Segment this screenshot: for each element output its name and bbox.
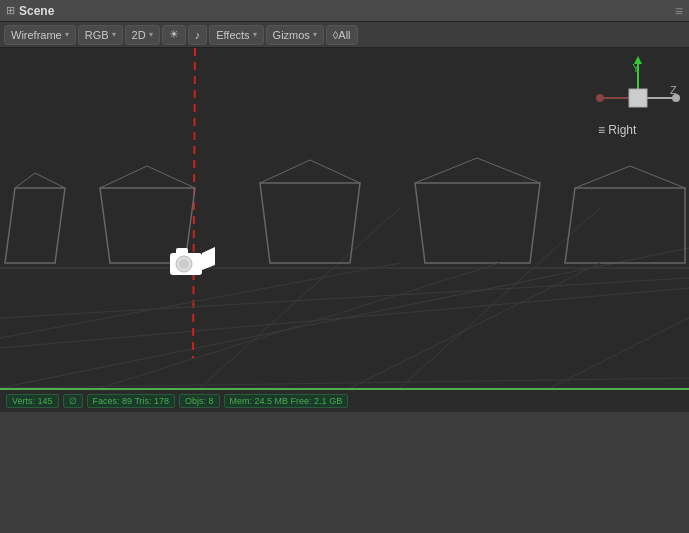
- viewport-toolbar: Wireframe ▾ RGB ▾ 2D ▾ ☀ ♪ Effects ▾ Giz…: [0, 22, 689, 48]
- gizmos-dropdown-arrow: ▾: [313, 30, 317, 39]
- svg-line-24: [350, 263, 600, 388]
- effects-button[interactable]: Effects ▾: [209, 25, 263, 45]
- title-bar: ⊞ Scene ≡: [0, 0, 689, 22]
- scene-icon: ⊞: [6, 4, 15, 17]
- overlay-label: ◊All: [333, 29, 351, 41]
- svg-line-5: [193, 48, 195, 358]
- svg-line-26: [550, 318, 689, 388]
- navigation-gizmo[interactable]: Y Z ≡ Right: [596, 56, 681, 156]
- svg-rect-30: [176, 248, 188, 255]
- dim-label: 2D: [132, 29, 146, 41]
- svg-point-29: [179, 259, 189, 269]
- svg-line-10: [100, 166, 147, 188]
- gizmos-button[interactable]: Gizmos ▾: [266, 25, 324, 45]
- svg-line-19: [575, 166, 630, 188]
- svg-line-21: [0, 278, 689, 318]
- svg-text:Y: Y: [632, 62, 640, 74]
- scene-objects-svg: [0, 48, 689, 388]
- object-count: Objs: 8: [179, 394, 220, 408]
- vertex-count: Verts: 145: [6, 394, 59, 408]
- gizmos-label: Gizmos: [273, 29, 310, 41]
- bottom-area: [0, 412, 689, 533]
- svg-marker-6: [5, 188, 65, 263]
- memory-info: Mem: 24.5 MB Free: 2.1 GB: [224, 394, 349, 408]
- svg-line-17: [477, 158, 540, 183]
- sun-button[interactable]: ☀: [162, 25, 186, 45]
- svg-line-13: [260, 160, 310, 183]
- color-dropdown-arrow: ▾: [112, 30, 116, 39]
- svg-marker-18: [565, 188, 685, 263]
- window-title: Scene: [19, 4, 54, 18]
- svg-line-16: [415, 158, 477, 183]
- dim-dropdown-arrow: ▾: [149, 30, 153, 39]
- color-label: RGB: [85, 29, 109, 41]
- svg-marker-15: [415, 183, 540, 263]
- shading-label: Wireframe: [11, 29, 62, 41]
- shading-mode-button[interactable]: Wireframe ▾: [4, 25, 76, 45]
- shading-dropdown-arrow: ▾: [65, 30, 69, 39]
- svg-line-7: [15, 173, 35, 188]
- effects-dropdown-arrow: ▾: [253, 30, 257, 39]
- svg-point-36: [596, 94, 604, 102]
- separator-item: ∅: [63, 394, 83, 408]
- svg-line-20: [630, 166, 685, 188]
- svg-line-2: [0, 288, 689, 348]
- svg-marker-12: [260, 183, 360, 263]
- svg-rect-40: [629, 89, 647, 107]
- svg-line-14: [310, 160, 360, 183]
- svg-line-22: [0, 378, 689, 388]
- sound-button[interactable]: ♪: [188, 25, 208, 45]
- color-mode-button[interactable]: RGB ▾: [78, 25, 123, 45]
- face-count: Faces: 89 Tris: 178: [87, 394, 176, 408]
- svg-line-3: [200, 208, 400, 388]
- svg-line-1: [0, 248, 689, 388]
- window-menu-icon[interactable]: ≡: [675, 3, 683, 19]
- svg-line-23: [100, 263, 500, 388]
- svg-text:Z: Z: [670, 84, 677, 96]
- sun-icon: ☀: [169, 28, 179, 41]
- effects-label: Effects: [216, 29, 249, 41]
- sound-icon: ♪: [195, 29, 201, 41]
- svg-marker-31: [202, 247, 215, 270]
- svg-line-8: [35, 173, 65, 188]
- svg-text:≡ Right: ≡ Right: [598, 123, 637, 137]
- dimension-button[interactable]: 2D ▾: [125, 25, 160, 45]
- overlay-button[interactable]: ◊All: [326, 25, 358, 45]
- status-bar: Verts: 145 ∅ Faces: 89 Tris: 178 Objs: 8…: [0, 388, 689, 412]
- svg-line-11: [147, 166, 195, 188]
- camera-object: [170, 245, 215, 288]
- svg-line-4: [400, 208, 600, 388]
- viewport[interactable]: Y Z ≡ Right: [0, 48, 689, 388]
